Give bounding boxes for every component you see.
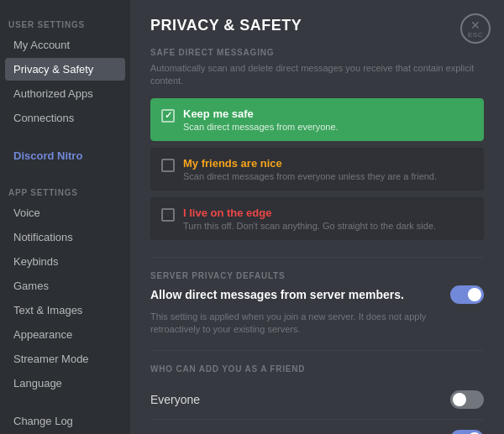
divider-1: [150, 257, 484, 258]
dm-option-live-edge[interactable]: I live on the edge Turn this off. Don't …: [150, 197, 484, 240]
dm-option-friends-subtitle: Scan direct messages from everyone unles…: [183, 171, 437, 181]
dm-options: ✓ Keep me safe Scan direct messages from…: [150, 98, 484, 240]
server-privacy-toggle-knob: [468, 288, 481, 301]
page-title: Privacy & Safety: [150, 17, 484, 34]
dm-option-friends-text: My friends are nice Scan direct messages…: [183, 157, 437, 181]
sidebar-item-appearance[interactable]: Appearance: [5, 323, 125, 346]
sidebar-item-connections[interactable]: Connections: [5, 107, 125, 129]
sidebar-item-voice[interactable]: Voice: [5, 201, 125, 224]
dm-option-keep-safe-text: Keep me safe Scan direct messages from e…: [183, 107, 339, 132]
dm-option-friends-title: My friends are nice: [183, 157, 437, 170]
server-privacy-toggle[interactable]: [450, 285, 484, 304]
who-can-add-label: WHO CAN ADD YOU AS A FRIEND: [150, 364, 484, 374]
main-content: ✕ ESC Privacy & Safety SAFE DIRECT MESSA…: [130, 0, 504, 434]
safe-dm-section-label: SAFE DIRECT MESSAGING: [150, 48, 484, 57]
dm-option-keep-safe[interactable]: ✓ Keep me safe Scan direct messages from…: [150, 98, 484, 141]
server-privacy-toggle-row: Allow direct messages from server member…: [150, 285, 484, 304]
sidebar-item-streamer-mode[interactable]: Streamer Mode: [5, 348, 125, 370]
dm-option-edge-title: I live on the edge: [183, 207, 436, 219]
close-esc-label: ESC: [468, 31, 483, 39]
friend-option-everyone-label: Everyone: [150, 393, 200, 406]
sidebar-item-keybinds[interactable]: Keybinds: [5, 250, 125, 273]
sidebar-item-language[interactable]: Language: [5, 372, 125, 395]
friend-option-everyone: Everyone: [150, 380, 484, 420]
friend-toggle-everyone[interactable]: [450, 390, 484, 409]
user-settings-label: USER SETTINGS: [0, 13, 130, 33]
friend-option-friends-of-friends: Friends of Friends: [150, 420, 484, 434]
dm-option-edge-subtitle: Turn this off. Don't scan anything. Go s…: [183, 221, 436, 231]
dm-option-keep-safe-title: Keep me safe: [183, 107, 339, 120]
server-privacy-label: SERVER PRIVACY DEFAULTS: [150, 271, 484, 280]
sidebar-item-authorized-apps[interactable]: Authorized Apps: [5, 82, 125, 105]
dm-option-keep-safe-subtitle: Scan direct messages from everyone.: [183, 122, 339, 132]
server-privacy-toggle-title: Allow direct messages from server member…: [150, 288, 404, 301]
sidebar-item-my-account[interactable]: My Account: [5, 34, 125, 56]
friend-toggle-everyone-knob: [453, 393, 466, 406]
safe-dm-desc: Automatically scan and delete direct mes…: [150, 62, 484, 88]
checkbox-keep-safe: ✓: [161, 109, 175, 123]
sidebar-item-discord-nitro[interactable]: Discord Nitro: [5, 144, 125, 167]
sidebar-item-text-images[interactable]: Text & Images: [5, 299, 125, 322]
app-settings-label: APP SETTINGS: [0, 181, 130, 201]
sidebar-item-change-log[interactable]: Change Log: [5, 410, 125, 432]
divider-2: [150, 350, 484, 351]
who-can-add-section: Everyone Friends of Friends Server Membe…: [150, 380, 484, 434]
server-privacy-toggle-desc: This setting is applied when you join a …: [150, 311, 436, 337]
close-button[interactable]: ✕ ESC: [460, 13, 491, 44]
friend-toggle-fof[interactable]: [450, 430, 484, 434]
close-x-icon: ✕: [470, 19, 480, 31]
checkbox-friends-nice: [161, 159, 175, 172]
checkbox-live-edge: [161, 208, 175, 222]
dm-option-friends-nice[interactable]: My friends are nice Scan direct messages…: [150, 148, 484, 191]
sidebar-item-privacy-safety[interactable]: Privacy & Safety: [5, 58, 125, 81]
sidebar-item-games[interactable]: Games: [5, 275, 125, 297]
sidebar: USER SETTINGS My Account Privacy & Safet…: [0, 0, 130, 434]
dm-option-edge-text: I live on the edge Turn this off. Don't …: [183, 207, 436, 231]
checkmark-icon: ✓: [165, 110, 172, 121]
sidebar-item-notifications[interactable]: Notifications: [5, 226, 125, 248]
